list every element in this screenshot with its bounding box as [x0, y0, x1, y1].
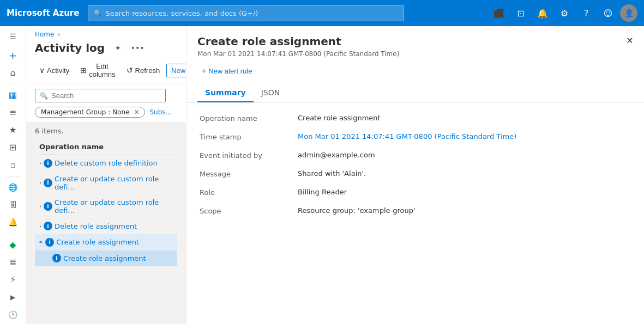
sidebar-new-button[interactable]: +	[3, 47, 23, 63]
filter-close-icon[interactable]: ✕	[134, 108, 139, 116]
filter-bar: 🔍 Management Group : None ✕ Subs...	[26, 84, 186, 123]
bell-icon[interactable]: 🔔	[533, 3, 552, 23]
sidebar-home-button[interactable]: ⌂	[3, 64, 23, 81]
row-expander: i Create role assignment	[52, 254, 146, 262]
detail-tabs: Summary JSON	[197, 84, 633, 102]
subscription-filter[interactable]: Subs...	[149, 108, 172, 116]
row-label[interactable]: Create or update custom role defi...	[55, 198, 173, 215]
search-icon: 🔍	[94, 9, 102, 17]
tab-json[interactable]: JSON	[254, 84, 288, 102]
toolbar: ∨ Activity ⊞ Edit columns ↺ Refresh New	[35, 60, 177, 84]
page-title-row: Activity log ✦ •••	[35, 40, 177, 56]
chevron-right-icon[interactable]: ›	[39, 203, 41, 209]
sidebar-divider-2	[5, 176, 21, 177]
table-row[interactable]: › i Delete custom role definition	[35, 155, 177, 171]
sidebar-diamond-button[interactable]: ◆	[3, 236, 23, 253]
activity-button[interactable]: ∨ Activity	[35, 64, 74, 77]
table-row[interactable]: i Create role assignment	[35, 250, 177, 266]
tab-summary[interactable]: Summary	[197, 84, 254, 102]
table-row[interactable]: › i Delete role assignment	[35, 218, 177, 234]
search-input[interactable]	[51, 91, 161, 100]
row-expander: ∨ i Create role assignment	[39, 238, 139, 247]
search-box[interactable]: 🔍	[35, 89, 166, 102]
field-operation-name: Operation name Create role assignment	[200, 114, 631, 123]
detail-title: Create role assignment	[197, 35, 633, 48]
feedback-icon[interactable]: ☺	[598, 3, 618, 23]
row-label[interactable]: Delete custom role definition	[55, 159, 158, 167]
refresh-button[interactable]: ↺ Refresh	[122, 64, 165, 77]
filter-tags: Management Group : None ✕ Subs...	[35, 107, 177, 118]
sidebar-dev-button[interactable]: ◻	[3, 157, 23, 173]
edit-columns-button[interactable]: ⊞ Edit columns	[76, 60, 119, 81]
breadcrumb-separator: ›	[57, 30, 60, 38]
global-search-box[interactable]: 🔍 Search resources, services, and docs (…	[88, 5, 404, 21]
sidebar-db-button[interactable]: 🗄	[3, 197, 23, 213]
field-value-timestamp[interactable]: Mon Mar 01 2021 14:07:41 GMT-0800 (Pacif…	[298, 132, 631, 140]
settings-icon[interactable]: ⚙	[555, 3, 574, 23]
row-expander: › i Create or update custom role defi...	[39, 198, 173, 215]
row-expander: › i Delete role assignment	[39, 222, 137, 230]
management-group-filter[interactable]: Management Group : None ✕	[35, 107, 145, 118]
row-expander: › i Delete custom role definition	[39, 159, 158, 168]
sidebar-collapse-button[interactable]: ☰	[3, 28, 23, 45]
field-value-role: Billing Reader	[298, 188, 631, 196]
more-options-icon[interactable]: •••	[130, 40, 145, 56]
sidebar-code-button[interactable]: ⚡	[3, 272, 23, 288]
sidebar-bell-button[interactable]: 🔔	[3, 214, 23, 230]
nav-actions: ⬛ ⊡ 🔔 ⚙ ? ☺ 👤	[489, 3, 637, 23]
chevron-right-icon[interactable]: ›	[39, 160, 41, 166]
new-button[interactable]: New	[166, 64, 186, 77]
sidebar-divider-1	[5, 84, 21, 84]
field-label-message: Message	[200, 169, 298, 178]
new-alert-rule-button[interactable]: + New alert rule	[197, 64, 256, 77]
page-title: Activity log	[35, 41, 105, 54]
info-icon: i	[52, 254, 61, 262]
row-label[interactable]: Create role assignment	[63, 254, 146, 262]
sidebar-layers-button[interactable]: ≣	[3, 254, 23, 270]
info-icon: i	[44, 179, 52, 187]
detail-panel: ✕ Create role assignment Mon Mar 01 2021…	[186, 26, 644, 324]
row-label[interactable]: Create role assignment	[56, 238, 139, 246]
sidebar-deploy-button[interactable]: ▶	[3, 289, 23, 305]
app-body: ☰ + ⌂ ▦ ≡ ★ ⊞ ◻ 🌐 🗄 🔔 ◆ ≣ ⚡ ▶ 🕐 Home › A…	[0, 26, 644, 324]
sidebar-grid-button[interactable]: ⊞	[3, 139, 23, 156]
detail-actions: + New alert rule	[197, 64, 633, 77]
row-label[interactable]: Delete role assignment	[55, 222, 137, 230]
field-label-timestamp: Time stamp	[200, 132, 298, 141]
field-event-initiated-by: Event initiated by admin@example.com	[200, 151, 631, 160]
directory-icon[interactable]: ⊡	[511, 3, 531, 23]
field-value-scope: Resource group: 'example-group'	[298, 206, 631, 215]
sidebar-resources-button[interactable]: ≡	[3, 104, 23, 120]
pin-icon[interactable]: ✦	[110, 40, 125, 56]
search-placeholder: Search resources, services, and docs (G+…	[105, 9, 258, 17]
field-scope: Scope Resource group: 'example-group'	[200, 206, 631, 215]
sidebar: ☰ + ⌂ ▦ ≡ ★ ⊞ ◻ 🌐 🗄 🔔 ◆ ≣ ⚡ ▶ 🕐	[0, 26, 26, 324]
chevron-right-icon[interactable]: ›	[39, 223, 41, 229]
sidebar-divider-3	[5, 234, 21, 234]
chevron-right-icon[interactable]: ›	[39, 180, 41, 186]
row-label[interactable]: Create or update custom role defi...	[55, 175, 173, 191]
chevron-down-icon[interactable]: ∨	[38, 240, 44, 244]
detail-header: ✕ Create role assignment Mon Mar 01 2021…	[186, 26, 644, 103]
field-timestamp: Time stamp Mon Mar 01 2021 14:07:41 GMT-…	[200, 132, 631, 141]
sidebar-globe-button[interactable]: 🌐	[3, 179, 23, 195]
sidebar-favorites-button[interactable]: ★	[3, 122, 23, 138]
table-row[interactable]: › i Create or update custom role defi...	[35, 194, 177, 218]
breadcrumb: Home ›	[35, 30, 177, 38]
field-role: Role Billing Reader	[200, 188, 631, 197]
terminal-icon[interactable]: ⬛	[489, 3, 509, 23]
avatar[interactable]: 👤	[620, 4, 637, 22]
item-count: 6 items.	[35, 127, 177, 135]
app-brand: Microsoft Azure	[7, 8, 79, 18]
activity-table: Operation name › i Delete custom role de…	[35, 139, 177, 266]
sidebar-clock-button[interactable]: 🕐	[3, 307, 23, 323]
table-row[interactable]: › i Create or update custom role defi...	[35, 171, 177, 194]
field-value-operation-name: Create role assignment	[298, 114, 631, 122]
breadcrumb-home[interactable]: Home	[35, 30, 54, 38]
table-row[interactable]: ∨ i Create role assignment	[35, 234, 177, 250]
help-icon[interactable]: ?	[576, 3, 596, 23]
sidebar-dashboard-button[interactable]: ▦	[3, 87, 23, 103]
close-button[interactable]: ✕	[622, 33, 637, 48]
plus-icon: +	[202, 66, 206, 75]
columns-icon: ⊞	[80, 66, 87, 75]
